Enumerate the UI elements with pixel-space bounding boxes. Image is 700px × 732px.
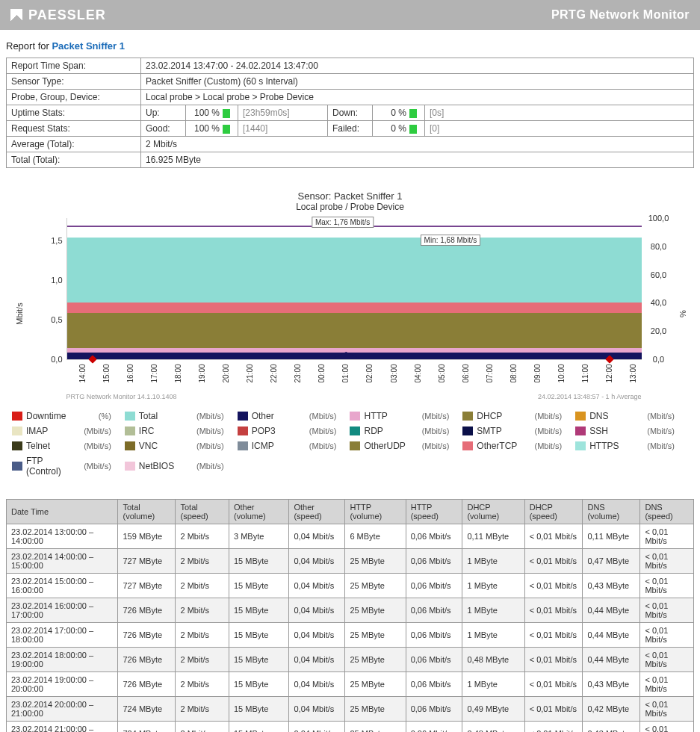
table-cell: < 0,01 Mbit/s <box>640 549 694 574</box>
table-cell: 2 Mbit/s <box>176 549 229 574</box>
table-cell: 0,43 MByte <box>583 574 640 598</box>
table-cell: < 0,01 Mbit/s <box>640 623 694 648</box>
table-cell: < 0,01 Mbit/s <box>524 549 583 574</box>
xtick: 18:00 <box>174 362 201 385</box>
xtick: 15:00 <box>102 362 129 385</box>
ytick-left: 0,5 <box>40 315 63 324</box>
legend-unit: (Mbit/s) <box>534 441 575 450</box>
table-cell: 726 MByte <box>118 623 176 648</box>
up-dur: [23h59m0s] <box>238 105 328 121</box>
legend-swatch-icon <box>350 427 360 435</box>
table-header-cell: DHCP (speed) <box>524 500 583 524</box>
table-header-row: Date TimeTotal (volume)Total (speed)Othe… <box>7 500 694 524</box>
legend-swatch-icon <box>238 427 248 435</box>
table-cell: < 0,01 Mbit/s <box>640 574 694 598</box>
status-ok-icon <box>223 125 230 134</box>
xtick: 09:00 <box>533 362 560 385</box>
xtick: 21:00 <box>246 362 273 385</box>
legend-label: ICMP <box>252 441 274 451</box>
table-cell: 23.02.2014 16:00:00 – 17:00:00 <box>7 598 118 623</box>
table-cell: < 0,01 Mbit/s <box>524 524 583 549</box>
legend-swatch-icon <box>350 412 360 421</box>
table-cell: 25 MByte <box>345 672 406 697</box>
table-cell: 727 MByte <box>118 574 176 598</box>
uptime-label: Uptime Stats: <box>7 105 141 121</box>
table-cell: 6 MByte <box>345 524 406 549</box>
legend-unit: (Mbit/s) <box>422 427 463 435</box>
ytick-right: 40,0 <box>646 298 672 307</box>
legend-swatch-icon <box>125 441 135 450</box>
ytick-right: 80,0 <box>646 242 672 251</box>
legend-unit: (Mbit/s) <box>196 441 238 450</box>
table-cell: < 0,01 Mbit/s <box>524 574 583 598</box>
legend-swatch-icon <box>125 462 135 471</box>
legend-unit: (Mbit/s) <box>196 427 238 435</box>
table-cell: 0,04 Mbit/s <box>289 722 345 733</box>
legend-swatch-icon <box>12 462 22 471</box>
legend-entry: POP3(Mbit/s) <box>238 426 350 436</box>
legend-entry: DNS(Mbit/s) <box>575 411 688 421</box>
table-header-cell: DNS (speed) <box>640 500 694 524</box>
xtick: 08:00 <box>509 362 536 385</box>
table-cell: 1 MByte <box>462 549 524 574</box>
table-cell: 1 MByte <box>462 672 524 697</box>
table-cell: 15 MByte <box>229 598 289 623</box>
report-meta-table: Report Time Span: 23.02.2014 13:47:00 - … <box>6 58 694 168</box>
table-cell: < 0,01 Mbit/s <box>524 598 583 623</box>
xtick: 16:00 <box>126 362 153 385</box>
table-header-cell: Other (speed) <box>289 500 345 524</box>
table-cell: 0,06 Mbit/s <box>406 648 462 672</box>
table-cell: 23.02.2014 17:00:00 – 18:00:00 <box>7 623 118 648</box>
good-label: Good: <box>141 121 186 137</box>
xtick: 10:00 <box>557 362 584 385</box>
table-cell: 2 Mbit/s <box>176 697 229 722</box>
table-cell: 23.02.2014 18:00:00 – 19:00:00 <box>7 648 118 672</box>
table-cell: 15 MByte <box>229 697 289 722</box>
paessler-logo-icon <box>10 9 22 21</box>
table-cell: 15 MByte <box>229 574 289 598</box>
table-header-cell: DHCP (volume) <box>462 500 524 524</box>
legend-swatch-icon <box>12 441 22 450</box>
legend-swatch-icon <box>462 412 473 421</box>
legend-entry: ICMP(Mbit/s) <box>238 441 350 451</box>
xtick: 17:00 <box>150 362 177 385</box>
legend-label: RDP <box>364 426 382 436</box>
legend-label: IMAP <box>26 426 48 436</box>
table-cell: 0,06 Mbit/s <box>406 598 462 623</box>
xtick: 19:00 <box>198 362 225 385</box>
legend-swatch-icon <box>12 412 22 421</box>
table-header-cell: HTTP (volume) <box>345 500 406 524</box>
table-cell: 25 MByte <box>345 574 406 598</box>
legend-label: FTP (Control) <box>26 456 80 477</box>
legend-entry: SSH(Mbit/s) <box>575 426 688 436</box>
table-header-cell: DNS (volume) <box>583 500 640 524</box>
brand-text: PAESSLER <box>28 7 106 23</box>
table-row: 23.02.2014 18:00:00 – 19:00:00726 MByte2… <box>7 648 694 672</box>
down-pct: 0 % <box>373 105 425 121</box>
table-cell: 25 MByte <box>345 722 406 733</box>
sensortype-label: Sensor Type: <box>7 74 141 90</box>
xtick: 03:00 <box>390 362 417 385</box>
legend-swatch-icon <box>12 427 22 435</box>
table-row: 23.02.2014 19:00:00 – 20:00:00726 MByte2… <box>7 672 694 697</box>
table-cell: 0,04 Mbit/s <box>289 549 345 574</box>
total-value: 16.925 MByte <box>141 152 694 168</box>
ytick-right: 60,0 <box>646 270 672 279</box>
sensor-link[interactable]: Packet Sniffer 1 <box>52 40 125 52</box>
legend-swatch-icon <box>575 441 586 450</box>
table-row: 23.02.2014 16:00:00 – 17:00:00726 MByte2… <box>7 598 694 623</box>
legend-unit: (Mbit/s) <box>647 427 688 435</box>
table-cell: 25 MByte <box>345 549 406 574</box>
table-cell: 0,11 MByte <box>583 524 640 549</box>
pgd-value: Local probe > Local probe > Probe Device <box>141 90 694 105</box>
legend-label: DHCP <box>477 411 502 421</box>
table-cell: 15 MByte <box>229 549 289 574</box>
table-cell: 0,49 MByte <box>462 697 524 722</box>
table-cell: 25 MByte <box>345 648 406 672</box>
legend-label: HTTP <box>364 411 387 421</box>
table-cell: 159 MByte <box>118 524 176 549</box>
table-cell: 23.02.2014 15:00:00 – 16:00:00 <box>7 574 118 598</box>
chart-footer-right: 24.02.2014 13:48:57 - 1 h Average <box>538 393 641 400</box>
timespan-label: Report Time Span: <box>7 58 141 74</box>
brand: PAESSLER <box>10 7 106 23</box>
